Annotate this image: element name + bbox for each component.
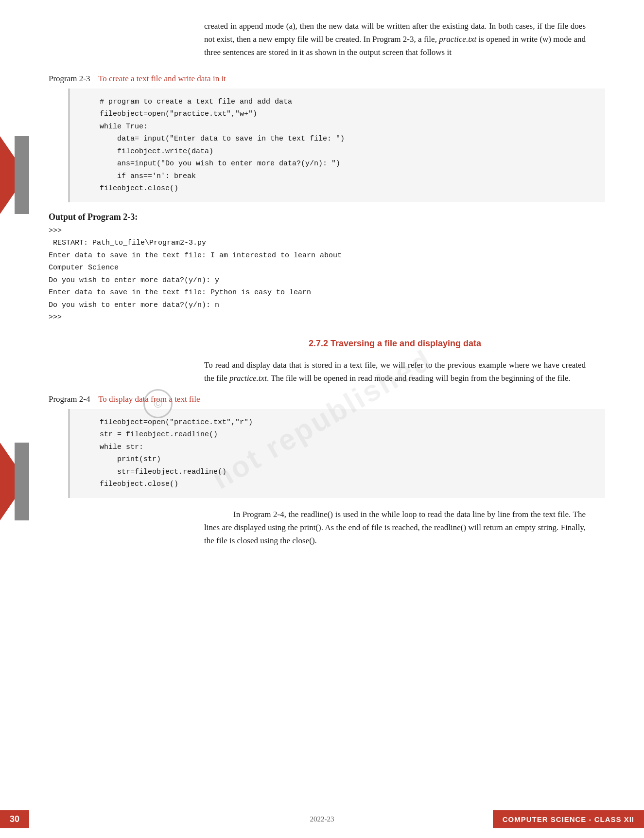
footer-title: Computer Science - Class XII bbox=[493, 810, 644, 828]
footer-right: Computer Science - Class XII bbox=[493, 810, 644, 828]
footer-left: 30 bbox=[0, 810, 29, 828]
program24-title: To display data from a text file bbox=[98, 394, 200, 404]
program23-number: Program 2-3 bbox=[49, 74, 90, 83]
main-content: created in append mode (a), then the new… bbox=[39, 0, 615, 548]
gray-bar-bottom bbox=[15, 443, 29, 520]
footer-year: 2022-23 bbox=[310, 815, 334, 823]
footer: 30 2022-23 Computer Science - Class XII bbox=[0, 810, 644, 828]
intro-paragraph: created in append mode (a), then the new… bbox=[204, 19, 586, 59]
section-body-text: To read and display data that is stored … bbox=[204, 360, 586, 383]
section-272-heading: 2.7.2 Traversing a file and displaying d… bbox=[204, 339, 586, 349]
program24-number: Program 2-4 bbox=[49, 394, 90, 404]
program23-title: To create a text file and write data in … bbox=[98, 74, 226, 83]
program24-label: Program 2-4 To display data from a text … bbox=[49, 394, 615, 404]
gray-bar-top bbox=[15, 136, 29, 214]
page-number: 30 bbox=[0, 810, 29, 828]
program23-label: Program 2-3 To create a text file and wr… bbox=[49, 74, 615, 84]
left-decoration bbox=[0, 0, 29, 838]
intro-text: created in append mode (a), then the new… bbox=[204, 21, 586, 57]
section-272-body: To read and display data that is stored … bbox=[204, 358, 586, 385]
page: not republished © created in append mode… bbox=[0, 0, 644, 838]
program23-code: # program to create a text file and add … bbox=[68, 89, 605, 202]
output23-label: Output of Program 2-3: bbox=[49, 212, 615, 222]
output23-text: >>> RESTART: Path_to_file\Program2-3.py … bbox=[49, 225, 615, 324]
program24-code: fileobject=open("practice.txt","r") str … bbox=[68, 409, 605, 498]
closing-paragraph: In Program 2-4, the readline() is used i… bbox=[204, 508, 586, 548]
